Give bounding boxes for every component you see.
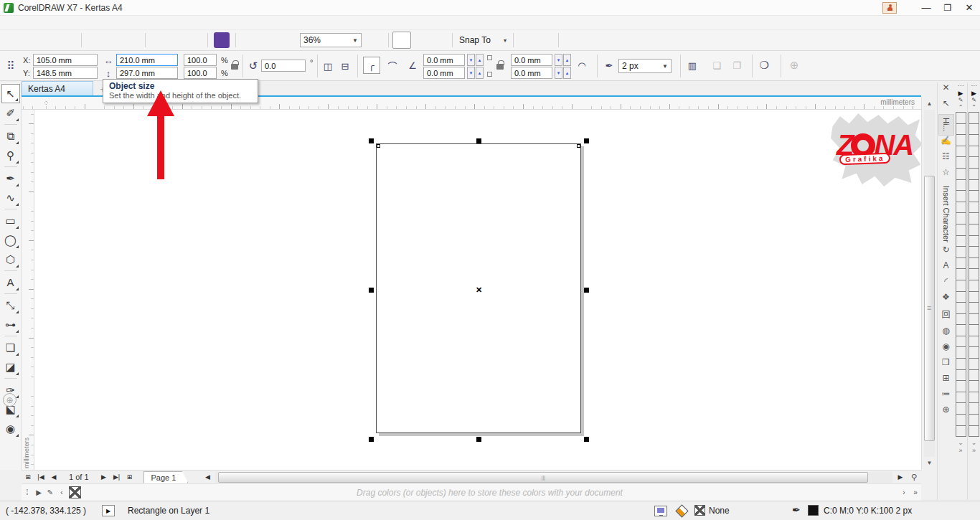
paste-icon[interactable] bbox=[123, 32, 141, 49]
docker-icon-color[interactable]: ◉ bbox=[938, 341, 954, 357]
color-swatch[interactable] bbox=[956, 202, 966, 214]
application-launcher-icon[interactable] bbox=[562, 32, 581, 49]
color-swatch[interactable] bbox=[969, 134, 979, 146]
edit-corners-together-icon[interactable] bbox=[496, 64, 504, 70]
corner-radius-br-field[interactable]: 0.0 mm bbox=[511, 67, 552, 79]
corner-radius-tl-spinner[interactable]: ▾▴ bbox=[466, 54, 484, 66]
publish-pdf-icon[interactable] bbox=[277, 32, 296, 49]
docker-icon-favorites[interactable]: ☆ bbox=[938, 167, 954, 183]
menu-window[interactable] bbox=[148, 22, 162, 24]
crop-tool[interactable]: ⧉ bbox=[1, 126, 20, 146]
palette-scroll-up-icon[interactable]: ⌃ bbox=[971, 104, 977, 111]
color-swatch[interactable] bbox=[956, 268, 966, 280]
color-swatch[interactable] bbox=[969, 380, 979, 392]
selection-handle-bottom-left[interactable] bbox=[369, 437, 374, 442]
color-swatch[interactable] bbox=[956, 134, 966, 146]
color-swatch[interactable] bbox=[956, 336, 966, 348]
color-swatch[interactable] bbox=[956, 392, 966, 404]
fill-none-swatch[interactable] bbox=[694, 505, 705, 516]
scroll-up-button[interactable]: ▲ bbox=[923, 98, 936, 109]
selection-handle-top-center[interactable] bbox=[476, 138, 481, 143]
color-swatch[interactable] bbox=[956, 168, 966, 180]
zoom-scrollbar-icon[interactable]: ⚲ bbox=[907, 471, 921, 483]
corner-radius-bl-field[interactable]: 0.0 mm bbox=[423, 67, 465, 79]
connector-tool[interactable]: ⊶ bbox=[1, 315, 20, 334]
color-swatch[interactable] bbox=[956, 212, 966, 224]
page-tab[interactable]: Page 1 bbox=[143, 471, 189, 483]
zoom-level-combo[interactable]: 36% ▼ bbox=[300, 33, 362, 47]
color-swatch[interactable] bbox=[969, 392, 979, 404]
text-tool[interactable]: A bbox=[1, 273, 20, 292]
color-swatch[interactable] bbox=[969, 291, 979, 303]
minimize-button[interactable]: — bbox=[915, 1, 937, 15]
color-swatch[interactable] bbox=[956, 235, 966, 247]
interactive-fill-tool[interactable]: ◉ bbox=[1, 419, 20, 438]
corner-node[interactable] bbox=[577, 144, 580, 148]
options-icon[interactable] bbox=[536, 32, 555, 49]
docker-icon-object-properties[interactable]: ☷ bbox=[938, 151, 954, 167]
selection-center-marker[interactable]: ✕ bbox=[476, 285, 482, 295]
docker-icon-artistic-media[interactable]: ✍ bbox=[938, 136, 954, 151]
color-swatch[interactable] bbox=[956, 302, 966, 314]
color-swatch[interactable] bbox=[969, 179, 979, 192]
dimension-tool[interactable]: ⤡ bbox=[1, 296, 20, 315]
menu-effects[interactable] bbox=[76, 22, 90, 24]
eyedropper-icon[interactable]: ✎ bbox=[971, 97, 977, 104]
selection-handle-middle-right[interactable] bbox=[584, 288, 589, 293]
object-height-field[interactable]: 297.0 mm bbox=[116, 67, 178, 79]
vertical-scroll-thumb[interactable]: ☰ bbox=[924, 176, 935, 441]
color-swatch[interactable] bbox=[969, 402, 979, 415]
color-swatch[interactable] bbox=[956, 324, 966, 336]
color-swatch[interactable] bbox=[956, 291, 966, 303]
selection-handle-bottom-right[interactable] bbox=[584, 437, 589, 442]
first-page-button[interactable]: |◀ bbox=[34, 471, 47, 483]
to-front-icon[interactable]: ❏ bbox=[710, 59, 723, 72]
menu-help[interactable] bbox=[162, 22, 176, 24]
rotation-angle-field[interactable]: 0.0 bbox=[261, 60, 306, 72]
color-swatch[interactable] bbox=[956, 358, 966, 370]
menu-text[interactable] bbox=[105, 22, 119, 24]
add-icon[interactable]: ⊕ bbox=[788, 59, 801, 72]
outline-color-swatch[interactable] bbox=[808, 505, 819, 516]
menu-edit[interactable] bbox=[19, 22, 33, 24]
tab-insert-character[interactable]: Insert Character bbox=[938, 183, 954, 245]
selection-handle-middle-left[interactable] bbox=[369, 288, 374, 293]
scale-vertical-field[interactable]: 100.0 bbox=[184, 67, 217, 79]
undo-dropdown-icon[interactable] bbox=[168, 32, 176, 49]
color-swatch[interactable] bbox=[969, 168, 979, 180]
last-page-button[interactable]: ▶| bbox=[110, 471, 123, 483]
mirror-horizontal-icon[interactable]: ◫ bbox=[321, 60, 334, 72]
color-swatch[interactable] bbox=[969, 414, 979, 426]
palette-collapse-icon[interactable]: ‹ bbox=[56, 488, 67, 496]
color-swatch[interactable] bbox=[969, 425, 979, 438]
print-icon[interactable] bbox=[59, 32, 77, 49]
palette-expand-icon[interactable]: » bbox=[971, 447, 977, 455]
close-docker-icon[interactable]: ✕ bbox=[938, 82, 954, 98]
palette-flyout-icon[interactable]: ▶ bbox=[971, 90, 977, 97]
color-swatch[interactable] bbox=[969, 190, 979, 202]
scroll-right-button[interactable]: ▶ bbox=[894, 471, 907, 483]
chamfered-corner-button[interactable]: ∠ bbox=[406, 59, 419, 72]
status-expander-button[interactable]: ▶ bbox=[102, 505, 115, 516]
transparency-tool[interactable]: ◪ bbox=[1, 357, 20, 377]
no-color-swatch[interactable] bbox=[69, 486, 81, 498]
drop-shadow-tool[interactable]: ❏ bbox=[1, 338, 20, 357]
font-manager-icon[interactable] bbox=[214, 32, 230, 48]
color-swatch[interactable] bbox=[956, 190, 966, 202]
fullscreen-preview-icon[interactable] bbox=[366, 32, 385, 49]
palette-expand-icon[interactable]: » bbox=[910, 488, 921, 496]
color-swatch[interactable] bbox=[969, 346, 979, 359]
color-swatch[interactable] bbox=[969, 146, 979, 158]
outline-width-combo[interactable]: 2 px ▼ bbox=[618, 59, 672, 73]
convert-to-curves-icon[interactable]: ❍ bbox=[758, 59, 771, 72]
color-swatch[interactable] bbox=[956, 246, 966, 258]
snap-to-dropdown[interactable]: Snap To ▾ bbox=[456, 33, 509, 47]
corner-node[interactable] bbox=[377, 144, 380, 148]
add-page-end-button[interactable]: ⊞ bbox=[123, 471, 136, 483]
palette-scroll-down-icon[interactable]: ⌄ bbox=[958, 439, 963, 447]
scroll-left-button[interactable]: ◀ bbox=[201, 471, 214, 483]
tab-hints[interactable]: Hi... bbox=[938, 114, 954, 136]
color-swatch[interactable] bbox=[956, 179, 966, 192]
wrap-text-icon[interactable]: ▥ bbox=[686, 59, 699, 72]
color-swatch[interactable] bbox=[956, 369, 966, 382]
